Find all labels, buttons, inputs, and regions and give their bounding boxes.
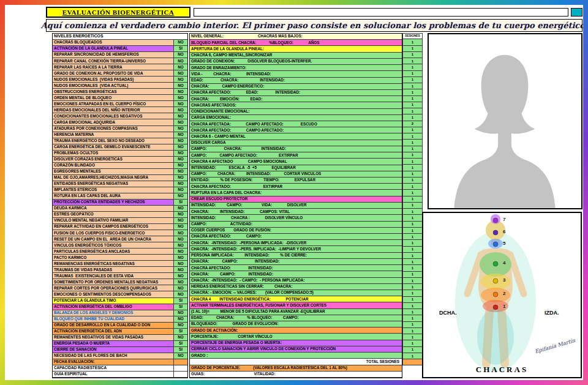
row-value[interactable]: NO	[174, 89, 187, 94]
session-cell[interactable]: 1	[402, 259, 423, 265]
row-label[interactable]: EGREGORES MENTALES	[53, 169, 174, 174]
row-text[interactable]: GRADO DE ACTIVACIÓN:	[190, 327, 402, 334]
row-value[interactable]: SI	[174, 298, 187, 304]
session-cell[interactable]: 1	[402, 184, 423, 190]
session-cell[interactable]	[402, 372, 423, 378]
row-value[interactable]: NO	[174, 236, 187, 242]
row-value[interactable]: NO	[174, 157, 187, 162]
row-text[interactable]: INTENSIDAD: CHACRA : DISOLVER VÍNCULO	[190, 215, 402, 221]
row-text[interactable]: PORCENTAJE: CORTAR VÍNCULO	[190, 334, 402, 340]
row-value[interactable]: NO	[174, 212, 187, 217]
row-text[interactable]: CREAR ESCUDO PROTECTOR	[190, 196, 402, 203]
row-text[interactable]: CHACRA 4 INTENSIDAD ENERGÉTICA: POTENCIA…	[190, 296, 402, 302]
corner-color-cell[interactable]	[571, 8, 582, 17]
row-label[interactable]: NECESIDAD DE LAS FLORES DE BACH	[53, 353, 174, 359]
row-label[interactable]: PARTICULAS ENERGÉTICAS ANCLADAS	[53, 249, 174, 254]
row-text[interactable]: HERIDAS ENERGÉTICAS SIN CERRAR: CHACRA:	[190, 284, 402, 290]
row-text[interactable]: GRADO DE CONEXION: DISOLVER BLOQUEOS-INT…	[190, 59, 402, 65]
row-text[interactable]: EDAD: CHACRA: % BLOQUEO: CAMPO:	[190, 315, 402, 321]
row-text[interactable]: CHACRA 6, CAMPO MENTAL,SINCRONIZAR	[190, 53, 402, 59]
session-cell[interactable]: 1	[402, 209, 423, 215]
row-label[interactable]: SOMETIMIENTO POR ORDENES MENTALES NEGATI…	[53, 279, 174, 285]
row-text[interactable]: PERSONA IMPLICADA: INTENSIDAD: % DE CIER…	[190, 253, 402, 259]
row-text[interactable]: BLOQUEO PARCIAL DEL CHACRA: %BLOQUEO: AÑ…	[190, 40, 402, 46]
row-text[interactable]: ACTIVAR TERMINALES ENERGÉTICAS, FUSIONAR…	[190, 302, 402, 308]
row-value[interactable]: NO	[174, 163, 187, 168]
row-text[interactable]: CHACRAS AFECTADOS:	[190, 102, 402, 108]
row-label[interactable]: ROTURA EN LAS CAPAS DEL AURA	[53, 193, 174, 199]
session-cell[interactable]: 1	[402, 178, 423, 184]
row-label[interactable]: ORDEN MENTAL DE BLOQUEO	[53, 95, 174, 100]
row-value[interactable]: NO	[174, 52, 187, 58]
session-cell[interactable]: 1	[402, 240, 423, 246]
row-label[interactable]: GRADO DE CONEXION AL PROPOSITO DE VIDA	[53, 70, 174, 76]
row-text[interactable]: INTENSIDAD: CAMPO: VIDA: DISOLVER	[190, 203, 402, 209]
row-label[interactable]: REMANENCIAS ENERGÉTICAS NEGATIVAS	[53, 261, 174, 266]
session-cell[interactable]: 1	[402, 228, 423, 234]
row-label[interactable]: IMPLANTES ETÉRICOS	[53, 187, 174, 193]
row-value[interactable]: NO	[174, 230, 187, 236]
session-cell[interactable]: 1	[402, 284, 423, 290]
row-label[interactable]: BALANZA DE LOS ANGELES Y DEMONIOS	[53, 310, 174, 316]
session-cell[interactable]: 1	[402, 234, 423, 240]
row-text[interactable]: TOTAL SESIONES	[190, 359, 402, 365]
row-label[interactable]: ACTIVACIÓN ENERGÉTICA DEL ADN	[53, 329, 174, 334]
session-cell[interactable]: 1	[402, 71, 423, 77]
row-value[interactable]: NO	[174, 335, 187, 340]
row-text[interactable]: CHACRA AFECTADO: CAMPO AFECTADO:	[190, 127, 402, 133]
row-text[interactable]: CAMPO: ACTIVIDAD:	[190, 222, 402, 228]
row-value[interactable]: NO	[174, 107, 187, 113]
row-value[interactable]: SI	[174, 304, 187, 310]
row-value[interactable]: NO	[174, 316, 187, 322]
row-value[interactable]: NO	[174, 285, 187, 291]
row-value[interactable]: NO	[174, 181, 187, 187]
row-text[interactable]: CHACRA: -INTENSIDAD: -PERSONA IMPLICADA:…	[190, 240, 402, 246]
session-cell[interactable]: 1	[402, 114, 423, 121]
row-text[interactable]: CHACRA: CAMPO: INTENSIDAD:	[190, 259, 402, 265]
row-text[interactable]: CHACRA AFECTADA: CAMPO AFECTADO: ESCUDO	[190, 121, 402, 127]
row-value[interactable]: NO	[174, 119, 187, 125]
session-cell[interactable]: 1	[402, 309, 423, 315]
row-label[interactable]: RESET DE UN CAMPO EN EL AREA DE UN CHACR…	[53, 236, 174, 242]
row-label[interactable]: FUSION DE LOS CUERPOS FISICO-ENERGETICO	[53, 230, 174, 236]
session-cell[interactable]: 1	[402, 108, 423, 114]
row-label[interactable]: REPARAR ACTIVIDAD EN CAMPOS ENERGÉTICOS	[53, 224, 174, 230]
session-cell[interactable]: 1	[402, 146, 423, 152]
row-text[interactable]: BLOQUEADO: GRADO DE EVOLUCIÓN:	[190, 321, 402, 327]
row-label[interactable]: REPARAR CANAL CONEXIÓN TIERRA-UNIVERSO	[53, 58, 174, 64]
row-value[interactable]: NO	[174, 323, 187, 328]
session-cell[interactable]: 1	[402, 152, 423, 159]
row-label[interactable]: PROTECCIÓN CONTRA ENTIDADES Y HECHIZOS	[53, 200, 174, 205]
row-label[interactable]: ACTIVACIÓN ENERGÉTICA DEL OMBLIGO	[53, 304, 174, 310]
row-value[interactable]: NO	[174, 169, 187, 174]
row-value[interactable]: SI	[174, 46, 187, 51]
row-label[interactable]: TRAUMAS EXISTENCIALES DE ESTA VIDA	[53, 273, 174, 278]
session-cell[interactable]: 1	[402, 328, 423, 334]
row-label[interactable]: GUÍA ESPIRITUAL	[53, 372, 174, 377]
row-text[interactable]: CHACRA AFECTADO: CAMPO:	[190, 234, 402, 240]
row-label[interactable]: HERIDAS EMOCIONALES DEL NIÑO INTERIOR	[53, 107, 174, 113]
row-value[interactable]: NO	[174, 279, 187, 285]
row-text[interactable]: CHACRA: EMOCIÓN: EDAD:	[190, 96, 402, 102]
row-text[interactable]: DISOLVER CARGA	[190, 140, 402, 146]
row-label[interactable]: HERENCIA MATERNA	[53, 132, 174, 138]
row-value[interactable]: NO	[174, 193, 187, 199]
row-label[interactable]: BLOQUEO QUE INHIBE TU CUALIDAD	[53, 316, 174, 322]
row-text[interactable]: CONDICIONANTE EMOCIONAL:	[190, 109, 402, 115]
row-label[interactable]: TRAUMA ENERGÉTICO DEL SEXO NO DESEADO	[53, 138, 174, 144]
row-label[interactable]: EMOCIONES O SENTIMIENTOS DESCOMPENSADOS	[53, 291, 174, 297]
row-label[interactable]: ESTRÉS GEOPÁTICO	[53, 212, 174, 217]
row-label[interactable]: ATADURAS POR CONEXIONES COMPASIVAS	[53, 126, 174, 132]
session-cell[interactable]: 1	[402, 83, 423, 89]
session-cell[interactable]: 1	[402, 347, 423, 353]
row-label[interactable]: CARGA ENERGÉTICA DEL GEMELO EVANESCENTE	[53, 144, 174, 150]
row-label[interactable]: CARGA EMOCIONAL ADQUIRIDA	[53, 119, 174, 125]
row-value[interactable]: NO	[174, 310, 187, 316]
session-cell[interactable]: 1	[402, 159, 423, 165]
session-cell[interactable]: 1	[402, 334, 423, 340]
session-cell[interactable]: 1	[402, 165, 423, 171]
row-value[interactable]: NO	[174, 132, 187, 138]
session-cell[interactable]: 1	[402, 265, 423, 271]
row-label[interactable]: CORAZÓN BLINDADO	[53, 163, 174, 168]
row-text[interactable]: CHACRA: CAMPO: INTENSIDAD:	[190, 271, 402, 277]
